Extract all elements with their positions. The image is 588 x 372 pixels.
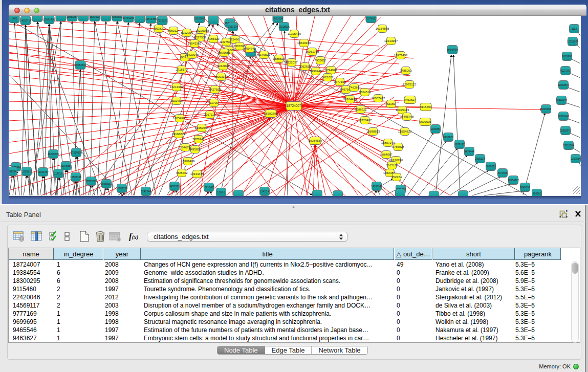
svg-text:10375887: 10375887 <box>60 164 72 167</box>
svg-text:3267110: 3267110 <box>204 113 216 116</box>
svg-text:12505135: 12505135 <box>70 176 81 179</box>
svg-text:9474444: 9474444 <box>464 150 474 153</box>
svg-text:12444195: 12444195 <box>556 99 567 102</box>
svg-text:10719155: 10719155 <box>123 16 134 19</box>
svg-text:18303144: 18303144 <box>214 75 228 78</box>
svg-text:7663822: 7663822 <box>153 27 165 30</box>
svg-text:1621022: 1621022 <box>321 76 334 79</box>
svg-text:391594: 391594 <box>9 170 17 173</box>
svg-text:23420046: 23420046 <box>185 53 199 56</box>
svg-text:62160: 62160 <box>387 102 396 105</box>
svg-text:13654923: 13654923 <box>398 130 412 133</box>
svg-text:9756928: 9756928 <box>392 145 404 148</box>
svg-text:3493822: 3493822 <box>189 148 201 151</box>
svg-text:12093872: 12093872 <box>558 83 569 86</box>
svg-text:2935114: 2935114 <box>475 157 485 160</box>
svg-text:20206535: 20206535 <box>48 152 59 156</box>
svg-text:7632621: 7632621 <box>486 165 496 168</box>
svg-text:6679197: 6679197 <box>454 143 465 146</box>
svg-text:6794028: 6794028 <box>325 69 337 72</box>
svg-text:8912954: 8912954 <box>181 31 193 34</box>
svg-text:16033809: 16033809 <box>194 17 205 20</box>
svg-text:7986322: 7986322 <box>355 108 367 111</box>
svg-text:13353594: 13353594 <box>195 126 209 129</box>
svg-text:7485093: 7485093 <box>400 69 412 72</box>
svg-text:15720407: 15720407 <box>358 119 372 122</box>
svg-text:9463627: 9463627 <box>404 98 416 101</box>
svg-text:16210643: 16210643 <box>558 115 569 118</box>
svg-text:20876812: 20876812 <box>365 17 377 20</box>
svg-text:9115460: 9115460 <box>420 105 432 108</box>
svg-text:10688603: 10688603 <box>366 130 380 133</box>
svg-text:18640910: 18640910 <box>297 41 311 45</box>
svg-text:3624514: 3624514 <box>359 91 371 94</box>
svg-text:16054985: 16054985 <box>173 117 187 120</box>
svg-text:5322037: 5322037 <box>286 61 298 64</box>
svg-text:1167534: 1167534 <box>571 157 580 160</box>
svg-text:1112: 1112 <box>572 27 577 30</box>
svg-text:252274: 252274 <box>391 176 402 179</box>
svg-text:14136141: 14136141 <box>371 185 382 188</box>
svg-text:19166825: 19166825 <box>172 133 186 136</box>
svg-text:12942757: 12942757 <box>37 170 49 173</box>
svg-text:8471676: 8471676 <box>497 171 508 174</box>
svg-text:5875685: 5875685 <box>218 51 230 54</box>
svg-text:20364436: 20364436 <box>343 98 357 101</box>
svg-text:9084067: 9084067 <box>380 153 393 156</box>
svg-text:6466160: 6466160 <box>112 16 122 18</box>
svg-text:1362615: 1362615 <box>299 65 311 68</box>
svg-text:8660124: 8660124 <box>167 29 180 32</box>
svg-text:20053346: 20053346 <box>75 63 86 67</box>
svg-text:12975125: 12975125 <box>403 83 417 86</box>
svg-text:15909489: 15909489 <box>181 160 195 163</box>
svg-text:17957225: 17957225 <box>85 180 97 183</box>
svg-text:9146821: 9146821 <box>258 53 270 56</box>
svg-text:9245652: 9245652 <box>520 186 530 189</box>
svg-text:17359928: 17359928 <box>71 151 82 154</box>
svg-text:9777169: 9777169 <box>334 80 346 83</box>
svg-text:20691406: 20691406 <box>43 18 55 21</box>
svg-text:1010753: 1010753 <box>170 99 183 102</box>
svg-text:8186323: 8186323 <box>207 37 220 40</box>
svg-text:9327503: 9327503 <box>194 36 206 39</box>
svg-text:9329906: 9329906 <box>562 55 572 58</box>
svg-text:8813054: 8813054 <box>273 17 283 20</box>
svg-text:11700: 11700 <box>210 101 219 104</box>
svg-text:18724007: 18724007 <box>287 104 301 107</box>
svg-text:1283 6: 1283 6 <box>217 191 225 194</box>
svg-text:114519: 114519 <box>54 172 63 175</box>
svg-text:15692971: 15692971 <box>560 129 571 132</box>
svg-text:16782759: 16782759 <box>116 187 127 190</box>
svg-text:19384554: 19384554 <box>309 139 322 142</box>
svg-text:1615112: 1615112 <box>386 164 399 167</box>
svg-text:1527602: 1527602 <box>90 16 100 18</box>
svg-text:16154808: 16154808 <box>376 27 389 30</box>
svg-text:16671355: 16671355 <box>145 17 157 20</box>
svg-text:16648784: 16648784 <box>447 48 458 51</box>
svg-text:8427552: 8427552 <box>209 88 221 91</box>
svg-text:9457791: 9457791 <box>169 185 180 188</box>
svg-text:8990448: 8990448 <box>310 70 322 73</box>
svg-text:9699695: 9699695 <box>419 120 431 123</box>
svg-text:16961758: 16961758 <box>306 50 319 53</box>
svg-text:10807487: 10807487 <box>372 97 385 100</box>
svg-text:746266: 746266 <box>349 86 360 89</box>
svg-text:9242848: 9242848 <box>217 64 229 68</box>
svg-text:17016504: 17016504 <box>563 144 574 147</box>
svg-text:10958157: 10958157 <box>101 182 112 185</box>
svg-text:8215955: 8215955 <box>541 107 551 111</box>
svg-text:8454749: 8454749 <box>244 47 256 50</box>
svg-text:18300295: 18300295 <box>264 112 278 115</box>
svg-text:10973493: 10973493 <box>394 54 408 57</box>
svg-text:7515526: 7515526 <box>157 19 167 22</box>
svg-text:12423 4: 12423 4 <box>260 190 269 193</box>
svg-text:15466: 15466 <box>231 38 239 41</box>
svg-text:10025433: 10025433 <box>396 108 409 112</box>
svg-text:10653267: 10653267 <box>67 16 78 18</box>
svg-text:8938923: 8938923 <box>443 136 453 139</box>
svg-text:7625402: 7625402 <box>176 171 188 174</box>
svg-text:5878342: 5878342 <box>192 138 205 141</box>
svg-text:7357274: 7357274 <box>228 25 238 28</box>
svg-text:2718170: 2718170 <box>176 68 188 71</box>
svg-text:1405: 1405 <box>11 17 17 20</box>
